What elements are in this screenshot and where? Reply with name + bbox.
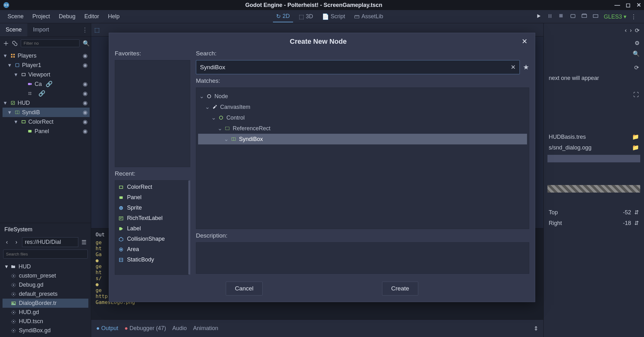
recent-item[interactable]: ColorRect	[115, 182, 188, 192]
cancel-button[interactable]: Cancel	[226, 282, 263, 295]
svg-point-47	[219, 116, 223, 120]
search-input-value: SyndiBox	[200, 64, 225, 71]
dialog-backdrop: Create New Node ✕ Favorites: Recent: Col…	[0, 0, 644, 337]
recent-item[interactable]: StaticBody	[115, 255, 188, 265]
recent-label: Recent:	[115, 170, 190, 177]
svg-point-43	[120, 249, 122, 250]
recent-item[interactable]: CollisionShape	[115, 234, 188, 244]
crect-icon	[118, 184, 124, 190]
match-tree-item[interactable]: ⌄Node	[198, 91, 527, 102]
svg-point-46	[208, 95, 211, 98]
refrect-icon	[225, 126, 230, 131]
chevron-down-icon[interactable]: ⌄	[205, 104, 209, 110]
svg-rect-33	[119, 186, 123, 188]
svg-point-37	[121, 207, 122, 208]
recent-item[interactable]: Area	[115, 244, 188, 255]
dialog-title: Create New Node	[115, 37, 522, 46]
recent-item[interactable]: Label	[115, 223, 188, 234]
recent-item[interactable]: RichTextLabel	[115, 213, 188, 223]
sbox-icon	[231, 136, 236, 142]
svg-rect-48	[225, 127, 229, 130]
match-tree-item[interactable]: ⌄CanvasItem	[198, 102, 527, 112]
label-icon	[118, 226, 124, 232]
favorites-box[interactable]	[115, 60, 190, 167]
svg-point-35	[119, 206, 123, 210]
dialog-close-button[interactable]: ✕	[522, 37, 529, 46]
match-tree-item[interactable]: ⌄SyndiBox	[198, 134, 527, 144]
rtl-icon	[118, 216, 124, 221]
circle-icon	[218, 115, 224, 121]
favorites-label: Favorites:	[115, 50, 190, 57]
circle-icon	[206, 93, 212, 99]
area-icon	[118, 247, 124, 252]
brush-icon	[212, 104, 218, 110]
create-node-dialog: Create New Node ✕ Favorites: Recent: Col…	[109, 33, 535, 302]
match-tree-item[interactable]: ⌄Control	[198, 112, 527, 123]
chevron-down-icon[interactable]: ⌄	[224, 136, 228, 143]
recent-item[interactable]: Panel	[115, 192, 188, 203]
match-tree-item[interactable]: ⌄ReferenceRect	[198, 123, 527, 134]
sbody-icon	[118, 257, 124, 263]
cshape-icon	[118, 236, 124, 242]
recent-item[interactable]: Sprite	[115, 203, 188, 213]
chevron-down-icon[interactable]: ⌄	[199, 93, 204, 100]
matches-label: Matches:	[196, 77, 529, 84]
favorite-toggle-button[interactable]: ★	[523, 63, 529, 71]
svg-marker-41	[119, 237, 123, 241]
matches-tree: ⌄Node⌄CanvasItem⌄Control⌄ReferenceRect⌄S…	[196, 87, 529, 229]
search-input[interactable]: SyndiBox ✕	[196, 60, 520, 74]
clear-search-button[interactable]: ✕	[511, 64, 516, 71]
description-label: Description:	[196, 232, 529, 239]
description-box	[196, 242, 529, 274]
panel-icon	[118, 195, 124, 200]
search-label: Search:	[196, 50, 529, 57]
svg-point-36	[120, 207, 121, 208]
chevron-down-icon[interactable]: ⌄	[218, 125, 222, 132]
svg-rect-34	[119, 196, 123, 199]
sprite-icon	[118, 205, 124, 211]
create-button[interactable]: Create	[382, 282, 418, 295]
chevron-down-icon[interactable]: ⌄	[211, 114, 216, 121]
recent-box: ColorRectPanelSpriteRichTextLabelLabelCo…	[115, 180, 190, 275]
